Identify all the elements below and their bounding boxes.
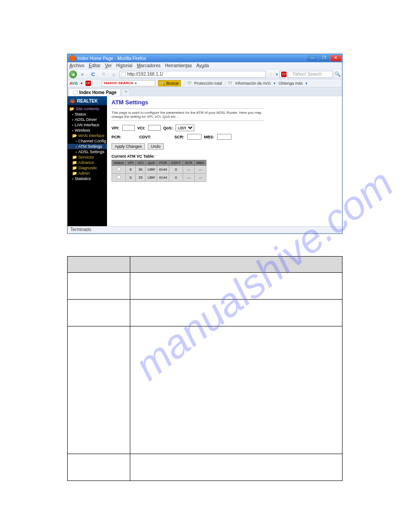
dropdown-icon[interactable]: ▾ [276,72,278,77]
info-avg-link[interactable]: Información de AVG [235,81,271,86]
sidebar-item-channel-config[interactable]: ▪Channel Config [68,138,107,144]
realtek-logo: 🦀 REALTEK [68,96,107,105]
sidebar-item-status[interactable]: ▪Status [68,112,107,117]
url-text: http://192.168.1.1/ [127,72,163,77]
mbs-input[interactable] [217,134,231,140]
form-row-1: VPI: VCI: QoS: UBR [111,124,338,131]
crab-icon: 🦀 [69,98,76,104]
scr-label: SCR: [175,135,184,139]
yahoo-small-icon: O! [86,81,91,86]
document-table [67,256,342,481]
scr-input[interactable] [187,134,201,140]
stop-button[interactable]: ✕ [99,70,108,78]
qos-label: QoS: [163,126,173,130]
sidebar-item-services[interactable]: 📁Services [68,154,107,160]
mbs-label: MBS: [204,135,214,139]
button-row: Apply Changes Undo [111,143,338,150]
tab-bar: Index Home Page + [68,87,342,96]
sidebar-item-lan[interactable]: ▪LAN Interface [68,122,107,128]
maximize-button[interactable]: ❐ [319,55,330,61]
back-button[interactable]: ◄ [69,70,77,78]
tab-index-home[interactable]: Index Home Page [69,89,120,96]
obtenga-link[interactable]: Obtenga más [278,81,303,86]
menu-ayuda[interactable]: Ayuda [197,63,209,68]
menu-bar: Archivo Editar Ver Historial Marcadores … [68,62,342,69]
page-content: 🦀 REALTEK 📂Site contents: ▪Status ▪ADSL … [68,96,342,226]
info-shield-icon: 🛡 [228,81,232,86]
sidebar-item-atm-settings[interactable]: ▪ATM Settings [68,144,107,149]
tab-label: Index Home Page [79,90,116,95]
proteccion-label[interactable]: Protección total [194,81,222,86]
sidebar-header: 📂Site contents: [68,106,107,112]
search-box[interactable]: O! ・ Yahoo! Search [279,71,333,78]
titlebar: Index Home Page - Mozilla Firefox — ❐ ✕ [68,54,342,62]
atm-vc-table: Select VPI VCI QoS PCR CDVT SCR MBS 8 36… [111,160,206,182]
apply-button[interactable]: Apply Changes [111,143,145,150]
undo-button[interactable]: Undo [148,143,164,150]
home-button[interactable]: ⌂ [109,70,118,78]
menu-editar[interactable]: Editar [89,63,100,68]
sidebar-item-admin[interactable]: 📁Admin [68,171,107,176]
bookmark-star-icon[interactable]: ☆ [267,71,274,77]
vci-input[interactable] [148,125,161,131]
tab-page-icon [73,90,77,95]
page-description: This page is used to configure the param… [111,108,264,121]
sidebar-item-adsl-driver[interactable]: ▪ADSL Driver [68,117,107,122]
new-tab-button[interactable]: + [121,89,130,96]
pcr-label: PCR: [111,135,121,139]
status-text: Terminado [70,227,91,232]
menu-marcadores[interactable]: Marcadores [137,63,161,68]
page-title: ATM Settings [111,99,338,106]
vpi-input[interactable] [122,125,135,131]
vpi-label: VPI: [111,126,120,130]
cdvt-label: CDVT: [139,135,151,139]
avg-toolbar: AVG ▾ O! ・ YAHOO! SEARCH ▾ 🔍 Buscar | 🛡 … [68,79,342,87]
menu-historial[interactable]: Historial [116,63,133,68]
browser-window: Index Home Page - Mozilla Firefox — ❐ ✕ … [67,54,342,234]
table-row: 0 35 UBR 6144 0 --- --- [112,174,206,182]
menu-archivo[interactable]: Archivo [69,63,84,68]
buscar-button[interactable]: 🔍 Buscar [158,80,181,86]
page-icon [121,72,126,77]
sidebar-item-diagnostic[interactable]: 📁Diagnostic [68,165,107,171]
table-row: 8 36 UBR 6144 0 --- --- [112,166,206,174]
status-bar: Terminado [68,226,342,233]
search-placeholder: Yahoo! Search [292,72,321,77]
sidebar-item-statistics[interactable]: ▪Statistics [68,176,107,181]
avg-search-input[interactable]: YAHOO! SEARCH ▾ [102,80,155,86]
vci-label: VCI: [137,126,146,130]
sidebar-item-wan[interactable]: 📂WAN Interface [68,133,107,138]
reload-button[interactable]: C [89,70,98,78]
firefox-icon [69,55,76,61]
sidebar-item-adsl-settings[interactable]: ▪ADSL Settings [68,149,107,154]
window-controls: — ❐ ✕ [307,55,341,61]
sidebar: 🦀 REALTEK 📂Site contents: ▪Status ▪ADSL … [68,96,107,226]
qos-select[interactable]: UBR [176,124,194,131]
nav-toolbar: ◄ ▸ C ✕ ⌂ http://192.168.1.1/ ☆ ▾ O! ・ Y… [68,69,342,79]
row-select-radio[interactable] [117,175,121,179]
table-header-row: Select VPI VCI QoS PCR CDVT SCR MBS [112,160,206,166]
forward-button[interactable]: ▸ [78,70,87,78]
main-panel: ATM Settings This page is used to config… [107,96,342,226]
row-select-radio[interactable] [117,167,121,171]
menu-herramientas[interactable]: Herramientas [165,63,192,68]
address-bar[interactable]: http://192.168.1.1/ [120,71,266,78]
menu-ver[interactable]: Ver [105,63,111,68]
sidebar-item-advance[interactable]: 📁Advance [68,160,107,165]
shield-icon: 🛡 [188,81,192,86]
sidebar-item-wireless[interactable]: ▪Wireless [68,128,107,133]
search-go-icon[interactable]: 🔍 [334,71,341,77]
avg-logo: AVG [69,81,78,86]
form-row-2: PCR: CDVT: SCR: MBS: [111,134,338,140]
yahoo-icon: O! [281,72,287,77]
window-title: Index Home Page - Mozilla Firefox [77,56,307,61]
minimize-button[interactable]: — [307,55,318,61]
close-button[interactable]: ✕ [330,55,341,61]
table-caption: Current ATM VC Table: [111,154,338,159]
